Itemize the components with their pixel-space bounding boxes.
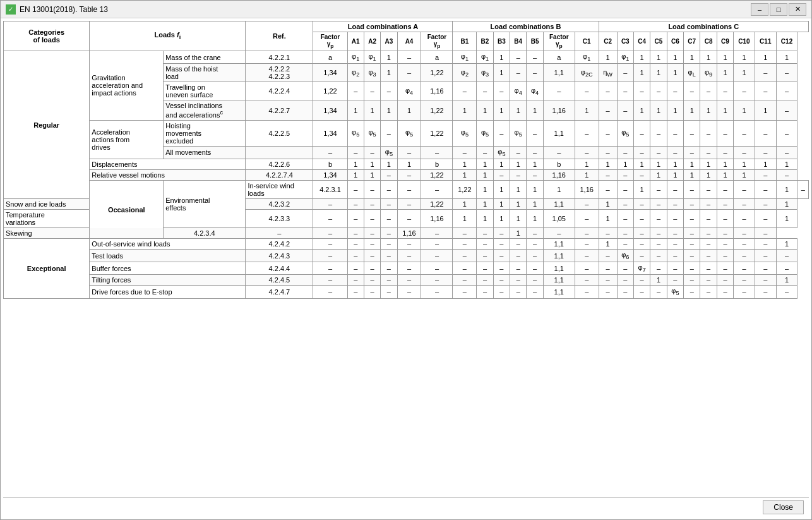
c11-snow: – [755, 199, 776, 210]
header-a2: A2 [364, 32, 380, 51]
maximize-button[interactable]: □ [770, 3, 787, 16]
b2-travelling: – [477, 82, 493, 100]
fc-crane: a [543, 51, 575, 64]
c7-hoist: φL [684, 64, 700, 82]
b4-snow: 1 [510, 199, 527, 210]
c5-buffer: – [650, 262, 667, 275]
a3-crane: 1 [381, 51, 397, 64]
c10-wind-oos: – [734, 239, 755, 250]
close-button[interactable]: ✕ [789, 3, 806, 16]
b2-vessel-motions: 1 [477, 170, 493, 181]
c1-displacements: 1 [575, 159, 599, 170]
c12-buffer: – [776, 262, 797, 275]
c7-tilting: – [684, 275, 700, 286]
c4-vessel: 1 [633, 100, 650, 121]
category-regular: Regular [4, 51, 90, 199]
a4-buffer: – [397, 262, 421, 275]
subcategory-gravitation: Gravitationacceleration andimpact action… [90, 51, 164, 121]
c6-hoisting-excl: – [667, 120, 683, 146]
b1-displacements: 1 [453, 159, 477, 170]
fb-estop: – [421, 286, 453, 298]
c6-vessel-motions: 1 [667, 170, 683, 181]
minimize-button[interactable]: – [751, 3, 768, 16]
c5-displacements: 1 [650, 159, 667, 170]
c12-temperature: 1 [776, 210, 797, 228]
subcategory-environmental: Environmentaleffects [164, 181, 246, 228]
b5-test: – [527, 250, 543, 262]
c6-snow: – [667, 199, 683, 210]
c12-snow: 1 [776, 199, 797, 210]
b4-hoist: – [510, 64, 527, 82]
header-b1: B1 [453, 32, 477, 51]
c10-snow: – [734, 199, 755, 210]
b1-estop: – [453, 286, 477, 298]
b4-skewing: – [493, 228, 510, 239]
close-button-footer[interactable]: Close [763, 500, 804, 514]
table-row: Relative vessel motions 4.2.2.7.4 1,34 1… [4, 170, 809, 181]
header-c12: C12 [776, 32, 797, 51]
ref-4245: 4.2.4.5 [246, 275, 313, 286]
b5-buffer: – [527, 262, 543, 275]
fc-travelling: – [543, 82, 575, 100]
b3-wind-service: 1 [510, 181, 527, 199]
c3-hoisting-excl: φ5 [617, 120, 633, 146]
header-b5: B5 [527, 32, 543, 51]
c3-temperature: – [617, 210, 633, 228]
load-displacements: Displacements [90, 159, 246, 170]
c12-vessel: – [776, 100, 797, 121]
c10-travelling: – [734, 82, 755, 100]
content-area: Categoriesof loads Loads fi Ref. Load co… [1, 18, 811, 519]
b4-displacements: 1 [510, 159, 527, 170]
fb-skewing: 1,16 [397, 228, 421, 239]
fc-tilting: 1,1 [543, 275, 575, 286]
c3-all-movements: – [617, 146, 633, 159]
b1-wind-oos: – [453, 239, 477, 250]
c8-test: – [700, 250, 717, 262]
b2-buffer: – [477, 262, 493, 275]
a3-estop: – [381, 286, 397, 298]
fb-hoisting-excl: 1,22 [421, 120, 453, 146]
a1-wind-oos: – [347, 239, 364, 250]
b3-skewing: – [477, 228, 493, 239]
a3-vessel: 1 [381, 100, 397, 121]
c12-tilting: 1 [776, 275, 797, 286]
b5-wind-oos: – [527, 239, 543, 250]
b5-all-movements: – [527, 146, 543, 159]
fa-tilting: – [313, 275, 347, 286]
c9-skewing: – [700, 228, 717, 239]
a2-test: – [364, 250, 380, 262]
a3-vessel-motions: – [381, 170, 397, 181]
c9-hoist: 1 [717, 64, 733, 82]
fc-buffer: 1,1 [543, 262, 575, 275]
c4-wind-service: – [650, 181, 667, 199]
c12-vessel-motions: – [776, 170, 797, 181]
c6-hoist: 1 [667, 64, 683, 82]
load-test: Test loads [90, 250, 246, 262]
b5-temperature: 1 [527, 210, 543, 228]
c7-buffer: – [684, 262, 700, 275]
category-exceptional: Exceptional [4, 239, 90, 299]
c2-tilting: – [599, 275, 617, 286]
c10-temperature: – [734, 210, 755, 228]
b3-estop: – [493, 286, 510, 298]
c6-displacements: 1 [667, 159, 683, 170]
b3-hoisting-excl: – [493, 120, 510, 146]
c6-all-movements: – [667, 146, 683, 159]
table-row: Test loads 4.2.4.3 – – – – – – – – – – –… [4, 250, 809, 262]
a4-test: – [397, 250, 421, 262]
c11-all-movements: – [755, 146, 776, 159]
window-controls: – □ ✕ [751, 3, 806, 16]
c5-hoist: 1 [650, 64, 667, 82]
c5-skewing: – [633, 228, 650, 239]
c10-wind-service: – [755, 181, 776, 199]
table-container[interactable]: Categoriesof loads Loads fi Ref. Load co… [3, 21, 809, 497]
c8-snow: – [700, 199, 717, 210]
fc-snow: 1,1 [543, 199, 575, 210]
b2-tilting: – [477, 275, 493, 286]
fc-displacements: b [543, 159, 575, 170]
ref-4232: 4.2.3.2 [246, 199, 313, 210]
c11-test: – [755, 250, 776, 262]
c5-travelling: – [650, 82, 667, 100]
b2-hoist: φ3 [477, 64, 493, 82]
c11-wind-service: 1 [776, 181, 797, 199]
